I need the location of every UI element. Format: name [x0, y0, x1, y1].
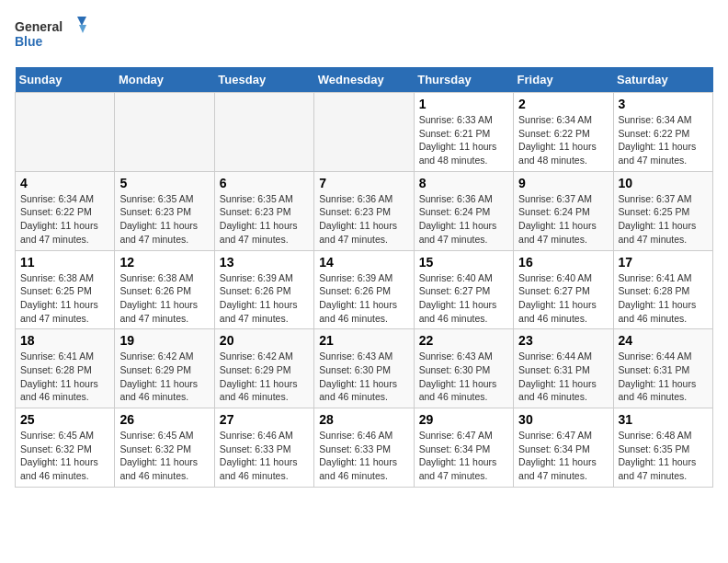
- day-number: 14: [319, 255, 408, 270]
- header: General Blue: [15, 15, 713, 56]
- calendar-cell: 17Sunrise: 6:41 AMSunset: 6:28 PMDayligh…: [613, 250, 712, 329]
- day-info: Sunrise: 6:40 AMSunset: 6:27 PMDaylight:…: [419, 271, 508, 326]
- day-number: 18: [20, 333, 109, 348]
- day-number: 5: [119, 176, 209, 190]
- col-header-saturday: Saturday: [613, 67, 712, 93]
- day-number: 20: [220, 333, 309, 348]
- calendar-cell: 16Sunrise: 6:40 AMSunset: 6:27 PMDayligh…: [514, 250, 613, 329]
- calendar-cell: 21Sunrise: 6:43 AMSunset: 6:30 PMDayligh…: [314, 329, 414, 408]
- calendar-cell: 10Sunrise: 6:37 AMSunset: 6:25 PMDayligh…: [613, 171, 712, 250]
- day-info: Sunrise: 6:38 AMSunset: 6:26 PMDaylight:…: [119, 271, 209, 326]
- calendar-cell: 5Sunrise: 6:35 AMSunset: 6:23 PMDaylight…: [115, 171, 214, 250]
- day-info: Sunrise: 6:35 AMSunset: 6:23 PMDaylight:…: [119, 192, 209, 247]
- col-header-friday: Friday: [514, 67, 613, 93]
- header-row: SundayMondayTuesdayWednesdayThursdayFrid…: [16, 67, 713, 93]
- calendar-cell: 28Sunrise: 6:46 AMSunset: 6:33 PMDayligh…: [314, 408, 414, 488]
- day-info: Sunrise: 6:47 AMSunset: 6:34 PMDaylight:…: [518, 429, 608, 483]
- day-number: 28: [319, 412, 408, 427]
- calendar-cell: 2Sunrise: 6:34 AMSunset: 6:22 PMDaylight…: [514, 93, 613, 172]
- day-number: 2: [518, 97, 608, 111]
- day-info: Sunrise: 6:36 AMSunset: 6:23 PMDaylight:…: [319, 192, 408, 247]
- calendar-cell: 6Sunrise: 6:35 AMSunset: 6:23 PMDaylight…: [214, 171, 313, 250]
- calendar-cell: 3Sunrise: 6:34 AMSunset: 6:22 PMDaylight…: [613, 93, 712, 172]
- day-info: Sunrise: 6:48 AMSunset: 6:35 PMDaylight:…: [619, 429, 708, 483]
- day-number: 29: [419, 412, 508, 427]
- day-info: Sunrise: 6:41 AMSunset: 6:28 PMDaylight:…: [20, 350, 109, 404]
- calendar-cell: 9Sunrise: 6:37 AMSunset: 6:24 PMDaylight…: [514, 171, 613, 250]
- day-info: Sunrise: 6:47 AMSunset: 6:34 PMDaylight:…: [419, 429, 508, 483]
- calendar-cell: [314, 93, 414, 172]
- week-row-1: 1Sunrise: 6:33 AMSunset: 6:21 PMDaylight…: [16, 93, 713, 172]
- day-number: 3: [619, 97, 708, 111]
- calendar-cell: 18Sunrise: 6:41 AMSunset: 6:28 PMDayligh…: [16, 329, 115, 408]
- calendar-cell: [115, 93, 214, 172]
- week-row-3: 11Sunrise: 6:38 AMSunset: 6:25 PMDayligh…: [16, 250, 713, 329]
- svg-text:Blue: Blue: [15, 34, 43, 49]
- day-info: Sunrise: 6:37 AMSunset: 6:25 PMDaylight:…: [619, 192, 708, 247]
- day-info: Sunrise: 6:41 AMSunset: 6:28 PMDaylight:…: [619, 271, 708, 326]
- day-info: Sunrise: 6:43 AMSunset: 6:30 PMDaylight:…: [319, 350, 408, 404]
- calendar-cell: 8Sunrise: 6:36 AMSunset: 6:24 PMDaylight…: [414, 171, 513, 250]
- calendar-cell: 25Sunrise: 6:45 AMSunset: 6:32 PMDayligh…: [16, 408, 115, 488]
- svg-marker-2: [77, 17, 86, 26]
- calendar-cell: 12Sunrise: 6:38 AMSunset: 6:26 PMDayligh…: [115, 250, 214, 329]
- day-number: 30: [518, 412, 608, 427]
- day-number: 11: [20, 255, 109, 270]
- day-info: Sunrise: 6:44 AMSunset: 6:31 PMDaylight:…: [619, 350, 708, 404]
- day-info: Sunrise: 6:34 AMSunset: 6:22 PMDaylight:…: [619, 113, 708, 167]
- day-info: Sunrise: 6:33 AMSunset: 6:21 PMDaylight:…: [419, 113, 508, 167]
- day-number: 1: [419, 97, 508, 111]
- day-number: 16: [518, 255, 608, 270]
- week-row-5: 25Sunrise: 6:45 AMSunset: 6:32 PMDayligh…: [16, 408, 713, 488]
- day-number: 9: [518, 176, 608, 190]
- day-number: 19: [119, 333, 209, 348]
- day-info: Sunrise: 6:46 AMSunset: 6:33 PMDaylight:…: [319, 429, 408, 483]
- day-info: Sunrise: 6:42 AMSunset: 6:29 PMDaylight:…: [119, 350, 209, 404]
- calendar-cell: 14Sunrise: 6:39 AMSunset: 6:26 PMDayligh…: [314, 250, 414, 329]
- day-number: 24: [619, 333, 708, 348]
- day-number: 17: [619, 255, 708, 270]
- calendar-cell: 26Sunrise: 6:45 AMSunset: 6:32 PMDayligh…: [115, 408, 214, 488]
- col-header-monday: Monday: [115, 67, 214, 93]
- day-info: Sunrise: 6:35 AMSunset: 6:23 PMDaylight:…: [220, 192, 309, 247]
- day-number: 31: [619, 412, 708, 427]
- day-number: 10: [619, 176, 708, 190]
- calendar-cell: [16, 93, 115, 172]
- day-info: Sunrise: 6:34 AMSunset: 6:22 PMDaylight:…: [518, 113, 608, 167]
- calendar-cell: 20Sunrise: 6:42 AMSunset: 6:29 PMDayligh…: [214, 329, 313, 408]
- day-number: 6: [220, 176, 309, 190]
- calendar-cell: 7Sunrise: 6:36 AMSunset: 6:23 PMDaylight…: [314, 171, 414, 250]
- calendar-cell: [214, 93, 313, 172]
- day-number: 7: [319, 176, 408, 190]
- day-info: Sunrise: 6:45 AMSunset: 6:32 PMDaylight:…: [20, 429, 109, 483]
- calendar-cell: 31Sunrise: 6:48 AMSunset: 6:35 PMDayligh…: [613, 408, 712, 488]
- day-info: Sunrise: 6:44 AMSunset: 6:31 PMDaylight:…: [518, 350, 608, 404]
- day-info: Sunrise: 6:43 AMSunset: 6:30 PMDaylight:…: [419, 350, 508, 404]
- day-info: Sunrise: 6:38 AMSunset: 6:25 PMDaylight:…: [20, 271, 109, 326]
- calendar-table: SundayMondayTuesdayWednesdayThursdayFrid…: [15, 67, 713, 488]
- col-header-wednesday: Wednesday: [314, 67, 414, 93]
- day-info: Sunrise: 6:42 AMSunset: 6:29 PMDaylight:…: [220, 350, 309, 404]
- svg-marker-3: [79, 25, 86, 33]
- calendar-cell: 30Sunrise: 6:47 AMSunset: 6:34 PMDayligh…: [514, 408, 613, 488]
- day-info: Sunrise: 6:46 AMSunset: 6:33 PMDaylight:…: [220, 429, 309, 483]
- day-info: Sunrise: 6:37 AMSunset: 6:24 PMDaylight:…: [518, 192, 608, 247]
- col-header-sunday: Sunday: [16, 67, 115, 93]
- day-info: Sunrise: 6:39 AMSunset: 6:26 PMDaylight:…: [220, 271, 309, 326]
- col-header-thursday: Thursday: [414, 67, 513, 93]
- day-info: Sunrise: 6:39 AMSunset: 6:26 PMDaylight:…: [319, 271, 408, 326]
- week-row-4: 18Sunrise: 6:41 AMSunset: 6:28 PMDayligh…: [16, 329, 713, 408]
- day-number: 4: [20, 176, 109, 190]
- calendar-cell: 1Sunrise: 6:33 AMSunset: 6:21 PMDaylight…: [414, 93, 513, 172]
- day-number: 25: [20, 412, 109, 427]
- day-number: 26: [119, 412, 209, 427]
- day-number: 27: [220, 412, 309, 427]
- day-number: 23: [518, 333, 608, 348]
- day-info: Sunrise: 6:34 AMSunset: 6:22 PMDaylight:…: [20, 192, 109, 247]
- day-number: 21: [319, 333, 408, 348]
- day-number: 22: [419, 333, 508, 348]
- calendar-cell: 15Sunrise: 6:40 AMSunset: 6:27 PMDayligh…: [414, 250, 513, 329]
- day-info: Sunrise: 6:40 AMSunset: 6:27 PMDaylight:…: [518, 271, 608, 326]
- week-row-2: 4Sunrise: 6:34 AMSunset: 6:22 PMDaylight…: [16, 171, 713, 250]
- logo-svg: General Blue: [15, 15, 88, 56]
